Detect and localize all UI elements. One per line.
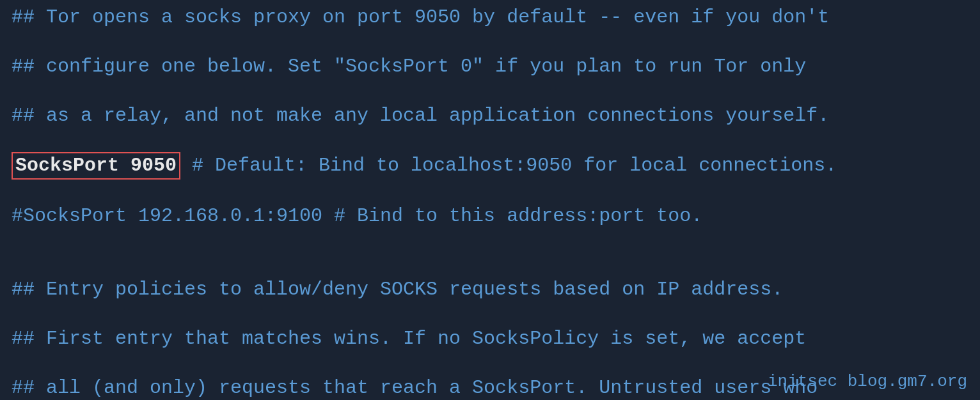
code-display: ## Tor opens a socks proxy on port 9050 …: [0, 0, 980, 400]
code-line-line5: #SocksPort 192.168.0.1:9100 # Bind to th…: [12, 204, 968, 228]
code-line-line3: ## as a relay, and not make any local ap…: [12, 104, 968, 128]
code-line-line8: ## First entry that matches wins. If no …: [12, 327, 968, 351]
highlighted-socksport: SocksPort 9050: [12, 152, 180, 179]
code-line-line1: ## Tor opens a socks proxy on port 9050 …: [12, 5, 968, 29]
code-line-line7: ## Entry policies to allow/deny SOCKS re…: [12, 277, 968, 302]
code-line-line6: [12, 253, 968, 277]
code-line-line2: ## configure one below. Set "SocksPort 0…: [12, 54, 968, 79]
code-line-line4: SocksPort 9050 # Default: Bind to localh…: [12, 152, 968, 179]
watermark: initsec blog.gm7.org: [768, 371, 967, 392]
